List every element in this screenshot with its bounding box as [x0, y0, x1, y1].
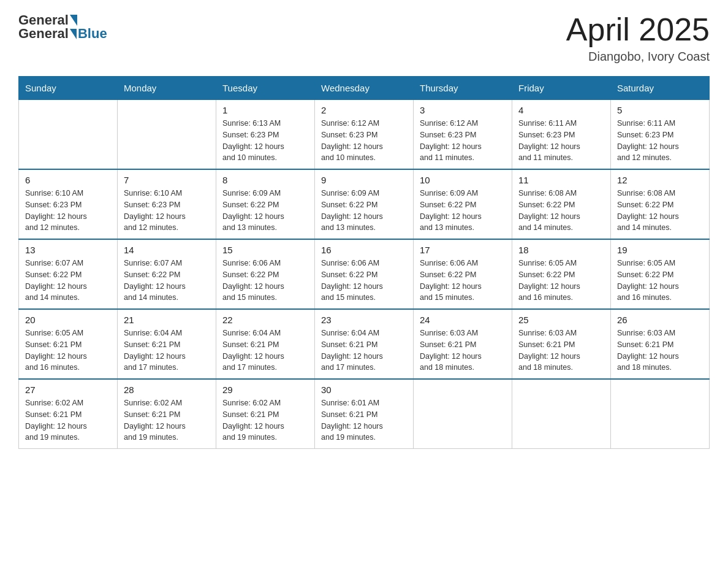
table-row: 19Sunrise: 6:05 AM Sunset: 6:22 PM Dayli…	[611, 239, 710, 309]
table-row: 18Sunrise: 6:05 AM Sunset: 6:22 PM Dayli…	[512, 239, 611, 309]
day-number: 13	[25, 245, 111, 255]
day-info: Sunrise: 6:11 AM Sunset: 6:23 PM Dayligh…	[518, 118, 604, 164]
day-number: 25	[518, 315, 604, 325]
table-row: 17Sunrise: 6:06 AM Sunset: 6:22 PM Dayli…	[414, 239, 512, 309]
col-header-monday: Monday	[118, 77, 216, 100]
day-info: Sunrise: 6:02 AM Sunset: 6:21 PM Dayligh…	[25, 397, 111, 443]
day-info: Sunrise: 6:11 AM Sunset: 6:23 PM Dayligh…	[617, 118, 703, 164]
table-row: 8Sunrise: 6:09 AM Sunset: 6:22 PM Daylig…	[216, 169, 315, 239]
day-number: 5	[617, 105, 703, 115]
day-number: 17	[420, 245, 506, 255]
title-section: April 2025 Diangobo, Ivory Coast	[566, 12, 710, 64]
day-number: 21	[124, 315, 210, 325]
col-header-friday: Friday	[512, 77, 611, 100]
day-info: Sunrise: 6:03 AM Sunset: 6:21 PM Dayligh…	[420, 327, 506, 373]
day-number: 6	[25, 175, 111, 185]
table-row: 15Sunrise: 6:06 AM Sunset: 6:22 PM Dayli…	[216, 239, 315, 309]
col-header-saturday: Saturday	[611, 77, 710, 100]
day-info: Sunrise: 6:07 AM Sunset: 6:22 PM Dayligh…	[25, 258, 111, 304]
day-info: Sunrise: 6:09 AM Sunset: 6:22 PM Dayligh…	[222, 188, 308, 234]
day-number: 14	[124, 245, 210, 255]
table-row: 26Sunrise: 6:03 AM Sunset: 6:21 PM Dayli…	[611, 309, 710, 379]
table-row: 6Sunrise: 6:10 AM Sunset: 6:23 PM Daylig…	[19, 169, 118, 239]
table-row: 23Sunrise: 6:04 AM Sunset: 6:21 PM Dayli…	[315, 309, 414, 379]
day-number: 1	[222, 105, 308, 115]
table-row	[611, 379, 710, 449]
day-number: 18	[518, 245, 604, 255]
location-text: Diangobo, Ivory Coast	[566, 50, 710, 64]
col-header-thursday: Thursday	[414, 77, 512, 100]
calendar-week-row: 6Sunrise: 6:10 AM Sunset: 6:23 PM Daylig…	[19, 169, 710, 239]
table-row: 4Sunrise: 6:11 AM Sunset: 6:23 PM Daylig…	[512, 100, 611, 170]
day-info: Sunrise: 6:12 AM Sunset: 6:23 PM Dayligh…	[420, 118, 506, 164]
day-info: Sunrise: 6:06 AM Sunset: 6:22 PM Dayligh…	[222, 258, 308, 304]
table-row: 24Sunrise: 6:03 AM Sunset: 6:21 PM Dayli…	[414, 309, 512, 379]
day-info: Sunrise: 6:03 AM Sunset: 6:21 PM Dayligh…	[518, 327, 604, 373]
day-info: Sunrise: 6:01 AM Sunset: 6:21 PM Dayligh…	[321, 397, 407, 443]
day-info: Sunrise: 6:08 AM Sunset: 6:22 PM Dayligh…	[617, 188, 703, 234]
day-number: 22	[222, 315, 308, 325]
table-row	[118, 100, 216, 170]
month-title: April 2025	[566, 12, 710, 47]
table-row: 5Sunrise: 6:11 AM Sunset: 6:23 PM Daylig…	[611, 100, 710, 170]
table-row: 20Sunrise: 6:05 AM Sunset: 6:21 PM Dayli…	[19, 309, 118, 379]
day-info: Sunrise: 6:10 AM Sunset: 6:23 PM Dayligh…	[124, 188, 210, 234]
calendar-header-row: Sunday Monday Tuesday Wednesday Thursday…	[19, 77, 710, 100]
table-row: 12Sunrise: 6:08 AM Sunset: 6:22 PM Dayli…	[611, 169, 710, 239]
table-row: 22Sunrise: 6:04 AM Sunset: 6:21 PM Dayli…	[216, 309, 315, 379]
day-info: Sunrise: 6:05 AM Sunset: 6:22 PM Dayligh…	[617, 258, 703, 304]
col-header-tuesday: Tuesday	[216, 77, 315, 100]
day-number: 10	[420, 175, 506, 185]
day-number: 30	[321, 385, 407, 395]
day-info: Sunrise: 6:06 AM Sunset: 6:22 PM Dayligh…	[420, 258, 506, 304]
day-info: Sunrise: 6:10 AM Sunset: 6:23 PM Dayligh…	[25, 188, 111, 234]
day-info: Sunrise: 6:12 AM Sunset: 6:23 PM Dayligh…	[321, 118, 407, 164]
table-row: 21Sunrise: 6:04 AM Sunset: 6:21 PM Dayli…	[118, 309, 216, 379]
table-row: 10Sunrise: 6:09 AM Sunset: 6:22 PM Dayli…	[414, 169, 512, 239]
day-number: 19	[617, 245, 703, 255]
logo-chevron-icon	[70, 29, 77, 39]
day-info: Sunrise: 6:06 AM Sunset: 6:22 PM Dayligh…	[321, 258, 407, 304]
day-info: Sunrise: 6:09 AM Sunset: 6:22 PM Dayligh…	[420, 188, 506, 234]
day-number: 12	[617, 175, 703, 185]
table-row: 16Sunrise: 6:06 AM Sunset: 6:22 PM Dayli…	[315, 239, 414, 309]
day-number: 20	[25, 315, 111, 325]
day-number: 11	[518, 175, 604, 185]
day-number: 24	[420, 315, 506, 325]
day-info: Sunrise: 6:04 AM Sunset: 6:21 PM Dayligh…	[124, 327, 210, 373]
table-row: 29Sunrise: 6:02 AM Sunset: 6:21 PM Dayli…	[216, 379, 315, 449]
table-row: 3Sunrise: 6:12 AM Sunset: 6:23 PM Daylig…	[414, 100, 512, 170]
table-row	[512, 379, 611, 449]
logo-general-text2: General	[18, 26, 69, 42]
table-row: 9Sunrise: 6:09 AM Sunset: 6:22 PM Daylig…	[315, 169, 414, 239]
page-header: General General Blue April 2025 Diangobo…	[18, 12, 710, 64]
day-number: 4	[518, 105, 604, 115]
day-number: 3	[420, 105, 506, 115]
calendar-week-row: 27Sunrise: 6:02 AM Sunset: 6:21 PM Dayli…	[19, 379, 710, 449]
day-number: 23	[321, 315, 407, 325]
table-row: 13Sunrise: 6:07 AM Sunset: 6:22 PM Dayli…	[19, 239, 118, 309]
day-info: Sunrise: 6:07 AM Sunset: 6:22 PM Dayligh…	[124, 258, 210, 304]
day-info: Sunrise: 6:13 AM Sunset: 6:23 PM Dayligh…	[222, 118, 308, 164]
day-number: 27	[25, 385, 111, 395]
day-number: 15	[222, 245, 308, 255]
table-row: 30Sunrise: 6:01 AM Sunset: 6:21 PM Dayli…	[315, 379, 414, 449]
day-info: Sunrise: 6:04 AM Sunset: 6:21 PM Dayligh…	[321, 327, 407, 373]
calendar-week-row: 20Sunrise: 6:05 AM Sunset: 6:21 PM Dayli…	[19, 309, 710, 379]
table-row	[414, 379, 512, 449]
table-row: 7Sunrise: 6:10 AM Sunset: 6:23 PM Daylig…	[118, 169, 216, 239]
day-number: 26	[617, 315, 703, 325]
day-number: 16	[321, 245, 407, 255]
day-number: 9	[321, 175, 407, 185]
day-number: 7	[124, 175, 210, 185]
logo-blue-text: Blue	[78, 26, 107, 42]
table-row: 1Sunrise: 6:13 AM Sunset: 6:23 PM Daylig…	[216, 100, 315, 170]
day-info: Sunrise: 6:02 AM Sunset: 6:21 PM Dayligh…	[124, 397, 210, 443]
calendar-week-row: 1Sunrise: 6:13 AM Sunset: 6:23 PM Daylig…	[19, 100, 710, 170]
logo: General General Blue	[18, 12, 107, 42]
table-row: 25Sunrise: 6:03 AM Sunset: 6:21 PM Dayli…	[512, 309, 611, 379]
day-info: Sunrise: 6:05 AM Sunset: 6:22 PM Dayligh…	[518, 258, 604, 304]
col-header-sunday: Sunday	[19, 77, 118, 100]
day-info: Sunrise: 6:05 AM Sunset: 6:21 PM Dayligh…	[25, 327, 111, 373]
day-info: Sunrise: 6:03 AM Sunset: 6:21 PM Dayligh…	[617, 327, 703, 373]
